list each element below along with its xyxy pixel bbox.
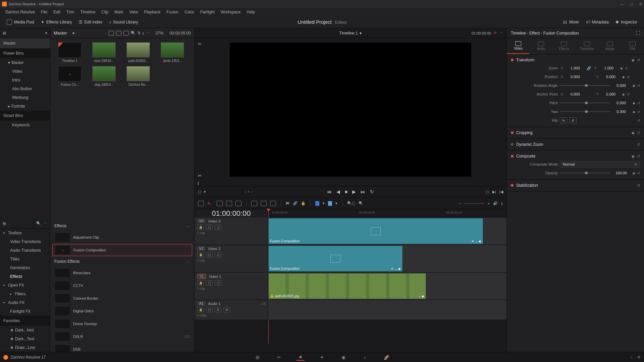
keyframe-icon[interactable]: ◆ xyxy=(622,93,625,96)
expand-icon[interactable]: ▾ xyxy=(8,60,11,65)
page-cut[interactable]: ✂ xyxy=(275,354,283,361)
mute-button[interactable]: M xyxy=(223,307,230,312)
first-frame-button[interactable]: ⏮ xyxy=(327,189,332,194)
tree-generators[interactable]: Generators xyxy=(0,263,50,272)
metadata-toggle[interactable]: 🏷Metadata xyxy=(583,18,612,26)
flip-h-button[interactable]: ⇋ xyxy=(560,117,567,123)
fav-item-1[interactable]: ★ Dark...hird xyxy=(0,326,50,335)
keyframe-icon[interactable]: ◆ xyxy=(633,171,635,175)
gear-icon[interactable]: ⚙ xyxy=(637,355,641,359)
menu-clip[interactable]: Clip xyxy=(99,9,111,15)
page-media[interactable]: ⊞ xyxy=(254,354,262,361)
media-thumb[interactable]: river-29519... xyxy=(89,42,119,63)
playhead-marker[interactable] xyxy=(198,182,199,185)
media-pool-toggle[interactable]: Media Pool xyxy=(3,18,38,26)
sound-library-toggle[interactable]: ♪Sound Library xyxy=(106,18,142,26)
inspector-tab-audio[interactable]: Audio xyxy=(530,38,552,54)
bin-item-abo[interactable]: Abo Button xyxy=(0,84,50,93)
volume-icon[interactable]: 🔊 xyxy=(493,201,498,205)
yaw-slider[interactable] xyxy=(560,111,610,112)
list-view-icon[interactable] xyxy=(123,31,129,36)
reset-icon[interactable]: ↺ xyxy=(637,171,640,175)
auto-select-button[interactable]: ▢ xyxy=(206,280,213,286)
next-frame-button[interactable]: ⏭ xyxy=(361,189,365,194)
media-thumb[interactable]: Timeline 1 xyxy=(54,42,85,63)
zoom-slider[interactable] xyxy=(464,203,484,204)
effect-item[interactable]: Binoculars xyxy=(52,267,192,279)
yaw-value[interactable]: 0.000 xyxy=(612,110,631,114)
disable-button[interactable]: ▢ xyxy=(215,280,221,286)
timeline-view-icon[interactable] xyxy=(198,201,204,206)
lock-button[interactable]: 🔒 xyxy=(197,307,204,312)
reset-icon[interactable]: ↺ xyxy=(627,93,630,96)
clip-controls[interactable]: ✦ ⌄ ◆ xyxy=(471,239,481,243)
timeline-ruler[interactable]: 01:00:00:00 01:00:08:25 01:00:32:00 xyxy=(268,209,506,218)
play-button[interactable]: ▶ xyxy=(352,189,356,194)
auto-select-button[interactable]: ▢ xyxy=(206,225,213,230)
prev-frame-button[interactable]: ◀ xyxy=(336,189,340,194)
track-id[interactable]: V1 xyxy=(197,274,206,279)
pos-y-value[interactable]: 0.000 xyxy=(601,75,620,79)
menu-help[interactable]: Help xyxy=(244,9,258,15)
page-edit[interactable]: ≡ xyxy=(297,354,305,361)
track-id[interactable]: A1 xyxy=(197,301,205,306)
rotation-slider[interactable] xyxy=(560,85,610,86)
flip-v-button[interactable]: ⇵ xyxy=(569,117,577,123)
keyframe-icon[interactable]: ◆ xyxy=(633,84,635,87)
mixer-toggle[interactable]: ⫿⫿Mixer xyxy=(560,18,582,26)
opacity-value[interactable]: 100.00 xyxy=(612,171,631,175)
dynamic-zoom-header[interactable]: Dynamic Zoom↺ xyxy=(511,141,640,148)
media-thumb[interactable]: Fusion Co... xyxy=(54,66,85,86)
reset-icon[interactable]: ↺ xyxy=(637,131,640,135)
clip[interactable]: Fusion Composition✦ ⌄ ◆ xyxy=(268,218,483,244)
page-color[interactable]: ◉ xyxy=(339,354,347,361)
reset-icon[interactable]: ↺ xyxy=(625,66,628,70)
reset-icon[interactable]: ↺ xyxy=(637,101,640,105)
reset-icon[interactable]: ↺ xyxy=(637,154,640,159)
reset-icon[interactable]: ↺ xyxy=(637,58,640,62)
reset-icon[interactable]: ↺ xyxy=(637,142,640,147)
menu-mark[interactable]: Mark xyxy=(112,9,126,15)
auto-select-button[interactable]: ▢ xyxy=(206,252,213,257)
selection-tool[interactable]: ↖ xyxy=(207,201,213,206)
lock-button[interactable]: 🔒 xyxy=(197,280,204,286)
blade-icon[interactable]: ✀ xyxy=(286,201,289,205)
effects-group-header[interactable]: Effects︿ xyxy=(50,221,194,231)
fav-item-3[interactable]: ★ Draw...Line xyxy=(0,343,50,352)
prev-marker-icon[interactable]: ‹ xyxy=(245,190,246,194)
trim-tool-icon[interactable] xyxy=(217,201,223,206)
bin-item-keywords[interactable]: Keywords xyxy=(0,121,50,129)
rotation-value[interactable]: 0.000 xyxy=(612,83,631,87)
composite-mode-select[interactable]: Normal xyxy=(560,161,640,168)
enable-dot[interactable] xyxy=(511,59,514,61)
disable-button[interactable]: ▢ xyxy=(215,252,221,257)
inspector-tab-transition[interactable]: Transition xyxy=(576,38,598,54)
replace-clip-icon[interactable] xyxy=(270,201,276,206)
track-content[interactable]: Fusion Composition✦ ⌄ ◆ xyxy=(268,218,506,245)
jump-start-icon[interactable]: |◀ xyxy=(499,190,503,194)
home-icon[interactable]: ⌂ xyxy=(630,355,633,359)
page-deliver[interactable]: 🚀 xyxy=(382,354,390,361)
menu-color[interactable]: Color xyxy=(182,9,197,15)
keyframe-icon[interactable]: ◆ xyxy=(632,131,634,135)
loop-button[interactable]: ↻ xyxy=(370,189,374,194)
chevron-down-icon[interactable]: ▾ xyxy=(360,31,362,36)
minimize-button[interactable]: — xyxy=(620,2,624,6)
media-thumb[interactable]: DaVinci Re... xyxy=(123,66,154,86)
fusion-effects-group-header[interactable]: Fusion Effects︿ xyxy=(50,257,194,266)
lock-icon[interactable]: 🔒 xyxy=(301,201,306,205)
page-fusion[interactable]: ✦ xyxy=(318,354,326,361)
close-button[interactable]: ✕ xyxy=(639,2,642,6)
menu-icon[interactable]: ⋯ xyxy=(147,31,150,35)
inspector-tab-effects[interactable]: Effects xyxy=(552,38,575,54)
bin-item-master[interactable]: ▾Master xyxy=(0,58,50,67)
next-marker-icon[interactable]: › xyxy=(252,190,253,194)
effect-item[interactable]: DVE xyxy=(52,343,192,352)
anchor-y-value[interactable]: 0.000 xyxy=(601,92,620,96)
menu-fusion[interactable]: Fusion xyxy=(164,9,181,15)
effects-library-toggle[interactable]: ✦Effects Library xyxy=(38,18,75,26)
thumb-view-icon[interactable] xyxy=(116,31,121,36)
menu-timeline[interactable]: Timeline xyxy=(77,9,98,15)
track-header[interactable]: V2Video 2🔒▢▢1 Clip xyxy=(195,245,268,272)
cropping-header[interactable]: Cropping◆↺ xyxy=(511,129,640,136)
